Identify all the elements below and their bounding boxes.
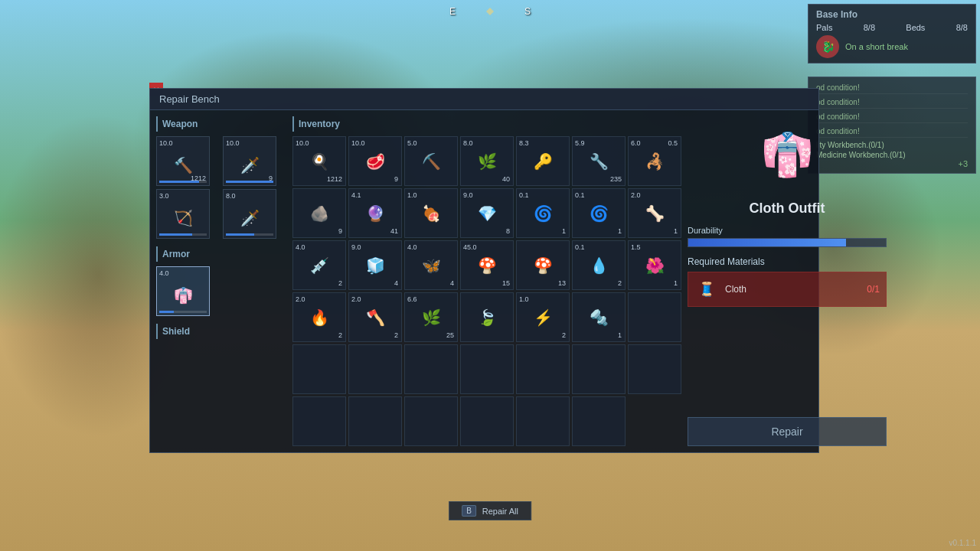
- beds-label: Beds: [906, 23, 925, 32]
- hint-text: Repair All: [482, 507, 518, 516]
- base-info-pals-row: Pals 8/8 Beds 8/8: [816, 23, 968, 32]
- inv-slot-37[interactable]: [460, 396, 514, 446]
- base-info-panel: Base Info Pals 8/8 Beds 8/8 🐉 On a short…: [808, 4, 976, 64]
- weapon-slot-1[interactable]: 10.0 🔨 1212: [156, 136, 210, 186]
- inv-slot-29[interactable]: [404, 344, 458, 394]
- inv-slot-5[interactable]: 5.9 🔧 235: [572, 136, 626, 186]
- item-preview-icon: 👘: [761, 130, 814, 180]
- inv-slot-36[interactable]: [404, 396, 458, 446]
- hint-bar: B Repair All: [449, 501, 531, 520]
- required-materials-section: Required Materials 🧵 Cloth 0/1: [688, 256, 887, 310]
- inv-slot-17[interactable]: 🍄 13: [516, 240, 570, 290]
- equipment-panel: Weapon 10.0 🔨 1212 10.0 🗡️: [156, 116, 286, 446]
- weapon-3-durbar: [159, 233, 206, 236]
- inv-slot-21[interactable]: 2.0 🪓 2: [348, 292, 402, 342]
- inv-slot-11b[interactable]: 0.1 🌀 1: [572, 188, 626, 238]
- weapon-slot-4[interactable]: 8.0 🗡️: [223, 189, 276, 239]
- armor-slot-1[interactable]: 4.0 👘: [156, 266, 210, 316]
- compass-e: E: [449, 6, 456, 17]
- weapon-2-count: 9: [269, 174, 273, 182]
- inv-slot-28[interactable]: [348, 344, 402, 394]
- inv-slot-14[interactable]: 9.0 🧊 4: [348, 240, 402, 290]
- weapon-2-val: 10.0: [226, 139, 240, 147]
- durability-label: Durability: [688, 226, 887, 235]
- notif-2: od condition!: [816, 96, 968, 109]
- inv-slot-2[interactable]: 5.0 ⛏️: [404, 136, 458, 186]
- weapon-4-durbar: [226, 233, 273, 236]
- inv-slot-9[interactable]: 1.0 🍖: [404, 188, 458, 238]
- material-row-cloth: 🧵 Cloth 0/1: [688, 272, 887, 307]
- inv-slot-19[interactable]: 1.5 🌺 1: [628, 240, 681, 290]
- cloth-icon: 🧵: [694, 277, 719, 302]
- inv-slot-33[interactable]: [628, 344, 681, 394]
- base-info-title: Base Info: [816, 9, 968, 20]
- weapon-title: Weapon: [156, 116, 286, 132]
- inv-slot-20[interactable]: 2.0 🔥 2: [292, 292, 346, 342]
- weapon-4-val: 8.0: [226, 192, 236, 200]
- durability-bar-bg: [688, 238, 887, 247]
- inventory-title: Inventory: [292, 116, 681, 132]
- item-preview: 👘: [749, 116, 825, 193]
- armor-grid: 4.0 👘: [156, 266, 286, 316]
- inv-slot-35[interactable]: [348, 396, 402, 446]
- inv-slot-12[interactable]: 2.0 🦴 1: [628, 188, 681, 238]
- durability-bar-fill: [688, 239, 846, 246]
- weapon-4-fill: [226, 233, 254, 236]
- inv-slot-0[interactable]: 10.0 🍳 1212: [292, 136, 346, 186]
- weapon-3-fill: [159, 233, 192, 236]
- weapon-1-val: 10.0: [159, 139, 173, 147]
- inv-slot-38[interactable]: [516, 396, 570, 446]
- weapon-2-fill: [226, 181, 273, 183]
- pal-status: On a short break: [845, 42, 908, 51]
- inv-slot-31[interactable]: [516, 344, 570, 394]
- inv-slot-22[interactable]: 6.6 🌿 25: [404, 292, 458, 342]
- weapon-2-icon: 🗡️: [234, 150, 265, 181]
- inv-slot-39[interactable]: [572, 396, 626, 446]
- inv-slot-16[interactable]: 45.0 🍄 15: [460, 240, 514, 290]
- weapon-3-val: 3.0: [159, 192, 169, 200]
- window-title: Repair Bench: [159, 93, 220, 105]
- beds-value: 8/8: [956, 23, 968, 32]
- weapon-section: Weapon 10.0 🔨 1212 10.0 🗡️: [156, 116, 286, 239]
- inv-slot-34[interactable]: [292, 396, 346, 446]
- inv-slot-15[interactable]: 4.0 🦋 4: [404, 240, 458, 290]
- armor-1-icon: 👘: [168, 280, 198, 311]
- inv-slot-25[interactable]: 🔩 1: [572, 292, 626, 342]
- cloth-count: 0/1: [867, 284, 880, 295]
- weapon-4-icon: 🗡️: [234, 203, 265, 233]
- weapon-2-durbar: [226, 181, 273, 183]
- armor-section: Armor 4.0 👘: [156, 246, 286, 316]
- item-name: Cloth Outfit: [750, 201, 825, 217]
- inv-slot-13[interactable]: 4.0 💉 2: [292, 240, 346, 290]
- inv-slot-4[interactable]: 8.3 🔑: [516, 136, 570, 186]
- weapon-3-icon: 🏹: [168, 203, 198, 233]
- hint-key: B: [462, 505, 476, 517]
- armor-1-val: 4.0: [159, 269, 169, 277]
- inv-slot-11[interactable]: 0.1 🌀 1: [516, 188, 570, 238]
- armor-title: Armor: [156, 246, 286, 262]
- weapon-slot-3[interactable]: 3.0 🏹: [156, 189, 210, 239]
- inv-slot-10[interactable]: 9.0 💎 8: [460, 188, 514, 238]
- inv-slot-3[interactable]: 8.0 🌿 40: [460, 136, 514, 186]
- armor-1-durbar: [159, 311, 206, 313]
- inv-slot-30[interactable]: [460, 344, 514, 394]
- inv-slot-8[interactable]: 4.1 🔮 41: [348, 188, 402, 238]
- compass-s: S: [524, 6, 531, 17]
- weapon-slot-2[interactable]: 10.0 🗡️ 9: [223, 136, 276, 186]
- notif-1: od condition!: [816, 82, 968, 94]
- weapon-grid: 10.0 🔨 1212 10.0 🗡️ 9: [156, 136, 286, 239]
- shield-section: Shield: [156, 324, 286, 344]
- pals-value: 8/8: [864, 23, 875, 32]
- inv-slot-1[interactable]: 10.0 🥩 9: [348, 136, 402, 186]
- inv-slot-24[interactable]: 1.0 ⚡ 2: [516, 292, 570, 342]
- detail-panel: 👘 Cloth Outfit Durability Required Mater…: [688, 116, 887, 446]
- inv-slot-26[interactable]: [628, 292, 681, 342]
- inv-slot-18[interactable]: 0.1 💧 2: [572, 240, 626, 290]
- inv-slot-6[interactable]: 6.0 0.5 🦂: [628, 136, 681, 186]
- repair-button[interactable]: Repair: [688, 417, 887, 446]
- inv-slot-23[interactable]: 🍃: [460, 292, 514, 342]
- window-content: Weapon 10.0 🔨 1212 10.0 🗡️: [150, 110, 818, 452]
- inv-slot-7[interactable]: 🪨 9: [292, 188, 346, 238]
- inv-slot-27[interactable]: [292, 344, 346, 394]
- inv-slot-32[interactable]: [572, 344, 626, 394]
